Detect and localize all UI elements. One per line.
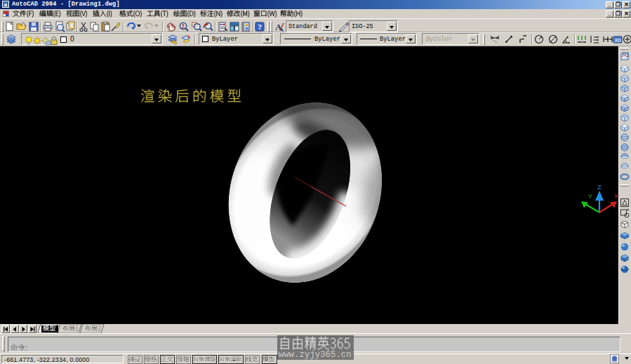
svg-text:A: A [275, 22, 282, 32]
svg-text:3D: 3D [614, 36, 621, 43]
svg-text:?: ? [258, 22, 262, 31]
svg-text:Z: Z [597, 183, 602, 191]
svg-text:Y: Y [588, 192, 593, 200]
